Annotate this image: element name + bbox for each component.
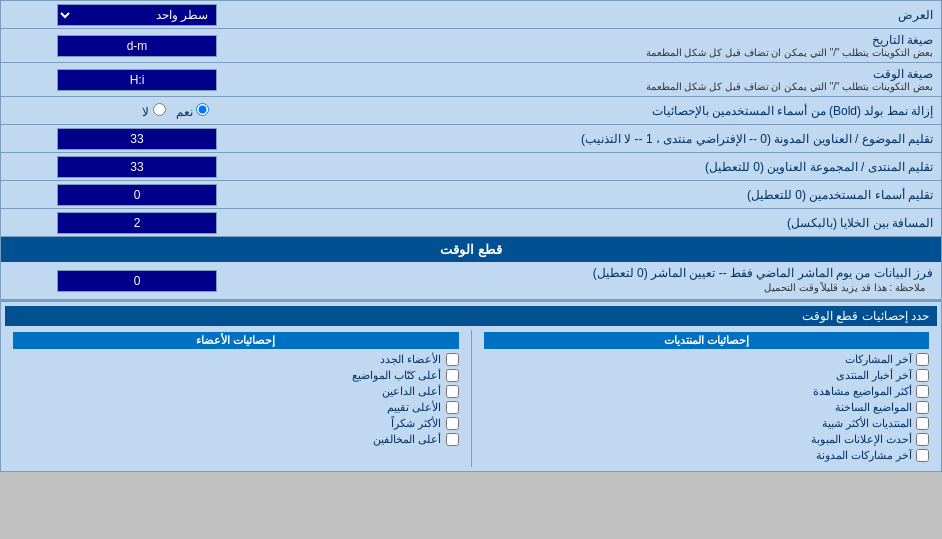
bold-remove-label: إزالة نمط بولد (Bold) من أسماء المستخدمي… [221,100,941,122]
cutoff-row: فرز البيانات من يوم الماشر الماضي فقط --… [1,262,941,300]
cb-new-members: الأعضاء الجدد [13,353,459,366]
date-format-label: صيغة التاريخ بعض التكوينات يتطلب "/" الت… [221,29,941,62]
topic-address-label: تقليم الموضوع / العناوين المدونة (0 -- ا… [221,128,941,150]
cb-top-violators: أعلى المخالفين [13,433,459,446]
cb-top-writers: أعلى كتّاب المواضيع [13,369,459,382]
cb-top-violators-input[interactable] [446,433,459,446]
time-format-row: صيغة الوقت بعض التكوينات يتطلب "/" التي … [1,63,941,97]
usernames-row: تقليم أسماء المستخدمين (0 للتعطيل) 0 [1,181,941,209]
cutoff-label: فرز البيانات من يوم الماشر الماضي فقط --… [221,262,941,299]
bold-yes-label[interactable]: نعم [176,103,209,119]
display-select-wrapper: سطر واحدسطرينثلاثة أسطر [1,2,221,28]
cb-blog-posts-input[interactable] [916,449,929,462]
bold-no-radio[interactable] [153,103,166,116]
time-format-label: صيغة الوقت بعض التكوينات يتطلب "/" التي … [221,63,941,96]
cb-most-similar-input[interactable] [916,417,929,430]
forum-address-label: تقليم المنتدى / المجموعة العناوين (0 للت… [221,156,941,178]
topic-address-row: تقليم الموضوع / العناوين المدونة (0 -- ا… [1,125,941,153]
forum-address-value[interactable]: 33 [57,156,217,178]
cb-most-similar: المنتديات الأكثر شبية [484,417,930,430]
cb-most-thanked-input[interactable] [446,417,459,430]
cb-last-posts: آخر المشاركات [484,353,930,366]
col-divider [471,330,472,467]
bold-yes-radio[interactable] [196,103,209,116]
cb-most-viewed: أكثر المواضيع مشاهدة [484,385,930,398]
date-format-value[interactable]: d-m [57,35,217,57]
forums-stats-col: إحصائيات المنتديات آخر المشاركات آخر أخب… [476,330,938,467]
members-stats-col: إحصائيات الأعضاء الأعضاء الجدد أعلى كتّا… [5,330,467,467]
usernames-input-wrapper: 0 [1,182,221,208]
cb-most-thanked: الأكثر شكراً [13,417,459,430]
cell-spacing-value[interactable]: 2 [57,212,217,234]
display-select[interactable]: سطر واحدسطرينثلاثة أسطر [57,4,217,26]
checkboxes-columns: إحصائيات المنتديات آخر المشاركات آخر أخب… [5,330,937,467]
cutoff-section-header: قطع الوقت [1,237,941,262]
time-format-value[interactable]: H:i [57,69,217,91]
cb-blog-posts: آخر مشاركات المدونة [484,449,930,462]
date-format-input-wrapper: d-m [1,33,221,59]
display-row: العرض سطر واحدسطرينثلاثة أسطر [1,1,941,29]
forums-stats-header: إحصائيات المنتديات [484,332,930,349]
cb-hot-topics: المواضيع الساخنة [484,401,930,414]
cb-forum-news-input[interactable] [916,369,929,382]
cell-spacing-row: المسافة بين الخلايا (بالبكسل) 2 [1,209,941,237]
cb-top-writers-input[interactable] [446,369,459,382]
cell-spacing-input-wrapper: 2 [1,210,221,236]
main-container: العرض سطر واحدسطرينثلاثة أسطر صيغة التار… [0,0,942,472]
cutoff-input-wrapper: 0 [1,268,221,294]
cb-most-viewed-input[interactable] [916,385,929,398]
usernames-label: تقليم أسماء المستخدمين (0 للتعطيل) [221,184,941,206]
cb-top-rated: الأعلى تقييم [13,401,459,414]
checkboxes-header: حدد إحصائيات قطع الوقت [5,306,937,326]
cb-top-inviters-input[interactable] [446,385,459,398]
topic-address-value[interactable]: 33 [57,128,217,150]
bold-remove-input-wrapper: نعم لا [1,99,221,123]
cutoff-value[interactable]: 0 [57,270,217,292]
forum-address-input-wrapper: 33 [1,154,221,180]
cell-spacing-label: المسافة بين الخلايا (بالبكسل) [221,212,941,234]
cb-latest-ads: أحدث الإعلانات المبوبة [484,433,930,446]
cb-new-members-input[interactable] [446,353,459,366]
members-stats-header: إحصائيات الأعضاء [13,332,459,349]
cutoff-header-row: قطع الوقت [1,237,941,262]
cb-top-inviters: أعلى الداعين [13,385,459,398]
forum-address-row: تقليم المنتدى / المجموعة العناوين (0 للت… [1,153,941,181]
cb-forum-news: آخر أخبار المنتدى [484,369,930,382]
checkboxes-section: حدد إحصائيات قطع الوقت إحصائيات المنتديا… [1,300,941,471]
cb-last-posts-input[interactable] [916,353,929,366]
date-format-row: صيغة التاريخ بعض التكوينات يتطلب "/" الت… [1,29,941,63]
bold-remove-radio-group: نعم لا [134,101,217,121]
time-format-input-wrapper: H:i [1,67,221,93]
cb-hot-topics-input[interactable] [916,401,929,414]
bold-remove-row: إزالة نمط بولد (Bold) من أسماء المستخدمي… [1,97,941,125]
usernames-value[interactable]: 0 [57,184,217,206]
cb-latest-ads-input[interactable] [916,433,929,446]
bold-no-label[interactable]: لا [142,103,165,119]
display-label: العرض [221,4,941,26]
cb-top-rated-input[interactable] [446,401,459,414]
topic-address-input-wrapper: 33 [1,126,221,152]
